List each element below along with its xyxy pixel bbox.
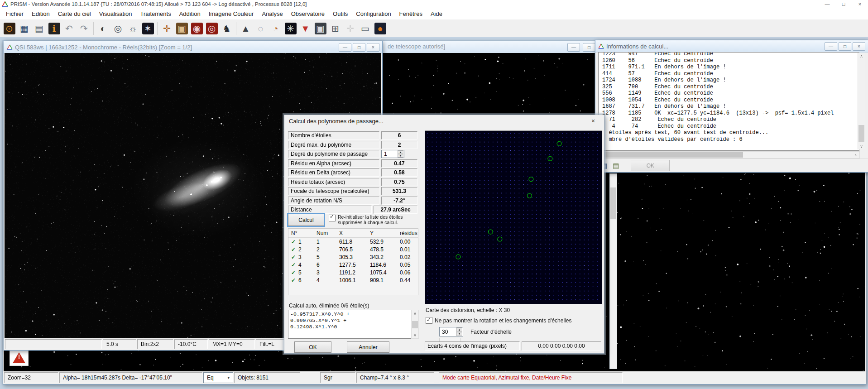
chart-vertical-scrollbar[interactable] xyxy=(609,173,617,369)
scale-factor-spinner[interactable]: 30 ▲ ▼ xyxy=(439,327,463,336)
chart-maximize-icon[interactable]: □ xyxy=(583,43,595,52)
dome-sphere-icon[interactable]: ◌ xyxy=(254,21,268,36)
table-cell: 1 xyxy=(314,239,336,245)
chart-status-bar: Zoom=32Alpha= 18h15m45.287s Delta= -17°4… xyxy=(4,371,865,383)
table-cell: ✓3 xyxy=(288,254,314,260)
image-close-icon[interactable]: × xyxy=(367,43,379,52)
polynomial-textarea[interactable]: -0.957317.X^0.Y^0 + 0.990765.X^0.Y^1 + 0… xyxy=(288,310,413,339)
camera-lens-icon[interactable]: ⊙ xyxy=(2,21,16,36)
table-cell: 706.5 xyxy=(336,246,367,253)
info-close-icon[interactable]: × xyxy=(853,42,865,51)
image-restore-icon[interactable]: □ xyxy=(353,43,365,52)
scroll-up-icon[interactable]: ∧ xyxy=(412,310,418,317)
table-row[interactable]: ✓461277.51184.60.05 xyxy=(288,261,418,269)
spin-down-icon[interactable]: ▼ xyxy=(398,154,403,158)
chart-minimize-icon[interactable]: — xyxy=(567,43,580,52)
menu-item-fen-tres[interactable]: Fenêtres xyxy=(395,8,427,19)
info-horizontal-scrollbar[interactable]: › xyxy=(598,151,860,158)
menu-item-observatoire[interactable]: Observatoire xyxy=(287,8,329,19)
toolbar-separator xyxy=(157,22,158,35)
cone-icon[interactable]: ▲ xyxy=(239,21,253,36)
ccd-camera-icon[interactable]: ▣ xyxy=(313,21,327,36)
guider-icon[interactable]: ⊞ xyxy=(328,21,342,36)
menu-item-traitements[interactable]: Traitements xyxy=(136,8,175,19)
ruler-icon[interactable]: ▭ xyxy=(358,21,372,36)
scroll-down-icon[interactable]: ∨ xyxy=(412,332,418,338)
table-row[interactable]: ✓22706.5478.50.01 xyxy=(288,245,418,253)
save-icon[interactable]: ▦ xyxy=(17,21,31,36)
image-status-cell: -10.0°C xyxy=(174,339,208,349)
info-icon[interactable]: ℹ xyxy=(47,21,61,36)
table-row[interactable]: ✓641006.1909.10.44 xyxy=(288,276,418,284)
chart-status-cell: Alpha= 18h15m45.287s Delta= -17°47'05.10… xyxy=(59,372,202,383)
scrollbar-thumb[interactable] xyxy=(858,125,864,142)
camera-sepia-icon[interactable]: ▣ xyxy=(175,21,189,36)
spin-up-icon[interactable]: ▲ xyxy=(398,150,403,154)
app-maximize-icon[interactable]: □ xyxy=(835,0,852,8)
menu-item-edition[interactable]: Edition xyxy=(28,8,54,19)
table-cell: 0.02 xyxy=(397,254,418,260)
scroll-right-icon[interactable]: › xyxy=(853,152,859,158)
table-row[interactable]: ✓531191.21075.40.06 xyxy=(288,269,418,276)
filter-funnel-icon[interactable]: ▼ xyxy=(298,21,312,36)
mirror-pan-icon[interactable]: ◔ xyxy=(269,21,283,36)
app-minimize-icon[interactable]: — xyxy=(819,0,835,8)
star-field-icon[interactable]: ✳ xyxy=(283,21,297,36)
star-detect-icon[interactable]: ☼ xyxy=(126,21,140,36)
info-maximize-icon[interactable]: □ xyxy=(839,42,851,51)
dialog-cancel-button[interactable]: Annuler xyxy=(347,341,389,353)
galaxy-view-icon[interactable]: ✶ xyxy=(141,21,155,36)
menu-item-imagerie-couleur[interactable]: Imagerie Couleur xyxy=(205,8,258,19)
scan-print-icon[interactable]: ▤ xyxy=(32,21,46,36)
menu-item-analyse[interactable]: Analyse xyxy=(258,8,287,19)
dialog-ok-button[interactable]: OK xyxy=(294,341,331,353)
table-row[interactable]: ✓11611.8532.90.00 xyxy=(288,238,418,245)
menu-item-aide[interactable]: Aide xyxy=(427,8,446,19)
info-minimize-icon[interactable]: — xyxy=(825,42,837,51)
menu-item-fichier[interactable]: Fichier xyxy=(2,8,28,19)
undo-icon[interactable]: ↶ xyxy=(62,21,76,36)
scroll-down-icon[interactable]: ∨ xyxy=(858,143,865,149)
app-close-icon[interactable]: × xyxy=(852,0,868,8)
degree-spinner[interactable]: 1▲▼ xyxy=(381,150,404,158)
image-minimize-icon[interactable]: — xyxy=(339,43,351,52)
menu-item-configuration[interactable]: Configuration xyxy=(352,8,395,19)
mount-knight-icon[interactable]: ♞ xyxy=(220,21,234,36)
table-cell: 1184.6 xyxy=(367,262,397,268)
menu-item-addition[interactable]: Addition xyxy=(175,8,205,19)
zoom-out-icon[interactable]: ◎ xyxy=(111,21,125,36)
table-row[interactable]: ✓35305.3343.20.02 xyxy=(288,253,418,261)
distortion-map-canvas xyxy=(425,131,601,303)
map-caption: Carte des distorsion, echelle : X 30 xyxy=(426,307,510,313)
calcul-button[interactable]: Calcul xyxy=(288,214,324,226)
reinit-checkbox[interactable] xyxy=(329,215,336,221)
star-number: 2 xyxy=(298,246,302,253)
focus-tool-icon[interactable]: ✛ xyxy=(343,21,357,36)
planet-icon[interactable]: ● xyxy=(373,21,387,36)
menu-item-carte-du-ciel[interactable]: Carte du ciel xyxy=(54,8,95,19)
info-vertical-scrollbar[interactable]: ∧ ∨ xyxy=(858,53,865,149)
hide-rotation-checkbox[interactable] xyxy=(426,317,432,324)
table-cell: ✓6 xyxy=(288,277,314,283)
frame-mode-dropdown[interactable]: Eq▾ xyxy=(203,372,233,383)
copy-clipboard-icon[interactable]: ▤ xyxy=(613,162,619,170)
camera-red-icon[interactable]: ◉ xyxy=(190,21,204,36)
spin-up-icon[interactable]: ▲ xyxy=(456,327,462,332)
dialog-close-icon[interactable]: × xyxy=(587,116,599,125)
scrollbar-thumb[interactable] xyxy=(599,152,743,158)
polynomial-scrollbar[interactable]: ∧ ∨ xyxy=(411,310,419,339)
info-ok-button[interactable]: OK xyxy=(631,160,670,171)
chart-status-text: Mode carte Equatorial, Azimutal fixe, Da… xyxy=(442,375,571,381)
menu-item-visualisation[interactable]: Visualisation xyxy=(95,8,136,19)
hand-adjust-icon[interactable]: ✛ xyxy=(160,21,174,36)
spin-down-icon[interactable]: ▼ xyxy=(456,332,462,336)
redo-icon[interactable]: ↷ xyxy=(77,21,91,36)
contrast-icon[interactable]: ◐ xyxy=(96,21,110,36)
camera-cable-icon[interactable]: ◎ xyxy=(205,21,219,36)
dialog-field-row: Degré max. du polynôme2 xyxy=(288,141,417,149)
scroll-up-icon[interactable]: ∧ xyxy=(858,53,865,59)
calc-log-textarea[interactable]: 1223 947 Echec du centroide 1260 56 Eche… xyxy=(598,52,859,151)
toolbar: ⊙▦▤ℹ↶↷◐◎☼✶✛▣◉◎♞▲◌◔✳▼▣⊞✛▭● xyxy=(0,19,868,38)
scrollbar-thumb[interactable] xyxy=(412,321,418,328)
menu-item-outils[interactable]: Outils xyxy=(329,8,352,19)
